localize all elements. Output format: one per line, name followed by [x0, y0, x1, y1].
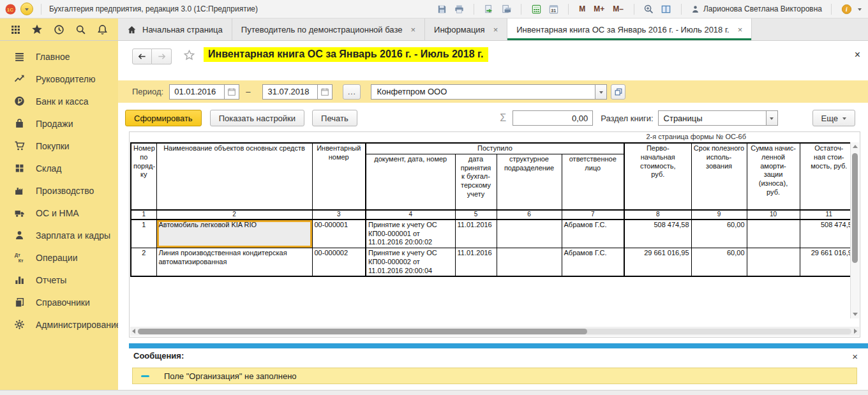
tab-guide[interactable]: Путеводитель по демонстрационной базе ×: [232, 19, 425, 40]
print-button[interactable]: Печать: [312, 110, 357, 126]
cell-row-number[interactable]: 2: [131, 248, 156, 277]
cell-department[interactable]: [497, 220, 562, 248]
close-icon[interactable]: ×: [410, 25, 415, 34]
message-item[interactable]: Поле "Организация" не заполнено: [132, 368, 857, 384]
organization-open-button[interactable]: [611, 84, 625, 100]
cell-accept-date[interactable]: 11.01.2016: [455, 248, 497, 277]
tab-inventory-book[interactable]: Инвентарная книга ОС за Январь 2016 г. -…: [507, 19, 752, 40]
messages-close-button[interactable]: ×: [852, 352, 858, 361]
favorites-button[interactable]: [31, 23, 43, 36]
vertical-scroll-thumb[interactable]: [852, 153, 858, 263]
arrow-left-icon: [137, 52, 147, 61]
column-header: ответственное лицо: [562, 154, 624, 210]
cell-inventory-number[interactable]: 00-000002: [312, 248, 366, 277]
split-view-button[interactable]: [661, 3, 672, 15]
horizontal-scrollbar[interactable]: [130, 327, 859, 336]
messages-splitter[interactable]: [129, 343, 868, 348]
sidebar-item-fixed-assets[interactable]: ОС и НМА: [0, 202, 118, 224]
separator: [521, 4, 521, 15]
cell-residual-cost[interactable]: 508 474,58: [800, 220, 850, 248]
cell-document[interactable]: Принятие к учету ОС КП00-000002 от 11.01…: [366, 248, 455, 277]
cell-row-number[interactable]: 1: [131, 220, 156, 248]
search-button[interactable]: [75, 23, 87, 36]
memory-button[interactable]: M: [578, 4, 587, 13]
column-number: 8: [624, 210, 691, 220]
quick-print-button[interactable]: [500, 3, 512, 15]
more-button[interactable]: Еще: [812, 110, 855, 126]
period-from-input[interactable]: 01.01.2016: [169, 84, 224, 100]
cell-responsible[interactable]: Абрамов Г.С.: [562, 248, 624, 277]
horizontal-scroll-thumb[interactable]: [138, 329, 587, 334]
close-icon[interactable]: ×: [493, 25, 498, 34]
period-options-button[interactable]: ...: [343, 84, 361, 100]
close-icon[interactable]: ×: [738, 25, 743, 34]
period-from-calendar-button[interactable]: [224, 84, 239, 100]
memory-plus-button[interactable]: M+: [592, 4, 606, 13]
cell-initial-cost[interactable]: 508 474,58: [624, 220, 691, 248]
memory-minus-button[interactable]: M–: [611, 4, 625, 13]
cell-document[interactable]: Принятие к учету ОС КП00-000001 от 11.01…: [366, 220, 455, 248]
sidebar-item-administration[interactable]: Администрирование: [0, 313, 118, 336]
book-section-dropdown-button[interactable]: [766, 110, 778, 126]
cell-asset-name[interactable]: Линия производственная кондитерская авто…: [156, 248, 312, 277]
generate-button[interactable]: Сформировать: [125, 110, 202, 126]
sidebar-item-operations[interactable]: ДтКтОперации: [0, 246, 118, 269]
book-section-value[interactable]: Страницы: [658, 110, 767, 126]
autosum-input[interactable]: 0,00: [513, 110, 593, 126]
sidebar-item-purchases[interactable]: Покупки: [0, 135, 118, 157]
scroll-right-arrow[interactable]: [854, 329, 857, 334]
horizontal-scroll-track[interactable]: [138, 329, 851, 334]
tab-home[interactable]: Начальная страница: [118, 19, 232, 40]
show-settings-button[interactable]: Показать настройки: [210, 110, 304, 126]
cell-asset-name-selected[interactable]: Автомобиль легковой KIA RIO: [156, 220, 312, 248]
favorite-star-button[interactable]: [183, 49, 195, 64]
cell-department[interactable]: [497, 248, 562, 277]
cell-depreciation[interactable]: [747, 248, 800, 277]
print-button[interactable]: [453, 3, 465, 15]
cell-residual-cost[interactable]: 29 661 016,95: [800, 248, 850, 277]
scroll-down-arrow[interactable]: [853, 313, 858, 316]
vertical-scrollbar[interactable]: [850, 142, 859, 318]
cell-responsible[interactable]: Абрамов Г.С.: [562, 220, 624, 248]
calculator-button[interactable]: [530, 3, 542, 15]
calendar-button[interactable]: 31: [548, 3, 559, 15]
cell-initial-cost[interactable]: 29 661 016,95: [624, 248, 691, 277]
scroll-up-arrow[interactable]: [853, 145, 858, 148]
notifications-button[interactable]: [96, 23, 109, 36]
cell-accept-date[interactable]: 11.01.2016: [455, 220, 497, 248]
forward-button[interactable]: [152, 48, 172, 64]
cell-useful-life[interactable]: 60,00: [691, 220, 747, 248]
table-row: 2 Линия производственная кондитерская ав…: [131, 248, 850, 277]
period-to-input[interactable]: 31.07.2018: [262, 84, 317, 100]
save-button[interactable]: [436, 3, 447, 15]
all-sections-button[interactable]: [9, 23, 22, 36]
back-button[interactable]: [132, 48, 152, 64]
period-to-calendar-button[interactable]: [317, 84, 333, 100]
cell-depreciation[interactable]: [747, 220, 800, 248]
factory-icon: [14, 185, 25, 196]
history-button[interactable]: [52, 23, 65, 36]
organization-dropdown-button[interactable]: [595, 84, 607, 100]
export-button[interactable]: [483, 3, 495, 15]
sidebar-item-manager[interactable]: Руководителю: [0, 68, 118, 90]
chevron-down-icon[interactable]: [858, 8, 862, 13]
sidebar-item-warehouse[interactable]: Склад: [0, 157, 118, 179]
sidebar-item-sales[interactable]: Продажи: [0, 112, 118, 135]
cell-useful-life[interactable]: 60,00: [691, 248, 747, 277]
cell-inventory-number[interactable]: 00-000001: [312, 220, 366, 248]
organization-input[interactable]: Конфетпром ООО: [371, 84, 595, 100]
info-button[interactable]: i: [841, 3, 852, 15]
inventory-table: Номер по поряд- ку Наименование объектов…: [130, 142, 850, 277]
current-user[interactable]: Ларионова Светлана Викторовна: [691, 4, 822, 14]
form-close-button[interactable]: ×: [855, 50, 860, 60]
zoom-button[interactable]: [643, 3, 655, 15]
tab-information[interactable]: Информация ×: [425, 19, 507, 40]
scroll-left-arrow[interactable]: [132, 329, 135, 334]
sidebar-item-payroll[interactable]: Зарплата и кадры: [0, 224, 118, 246]
sidebar-item-production[interactable]: Производство: [0, 179, 118, 202]
sidebar-item-bank-cash[interactable]: Банк и касса: [0, 90, 118, 112]
sidebar-item-directories[interactable]: Справочники: [0, 291, 118, 313]
sidebar-item-reports[interactable]: Отчеты: [0, 269, 118, 291]
main-menu-button[interactable]: [20, 3, 33, 15]
sidebar-item-main[interactable]: Главное: [0, 45, 118, 68]
